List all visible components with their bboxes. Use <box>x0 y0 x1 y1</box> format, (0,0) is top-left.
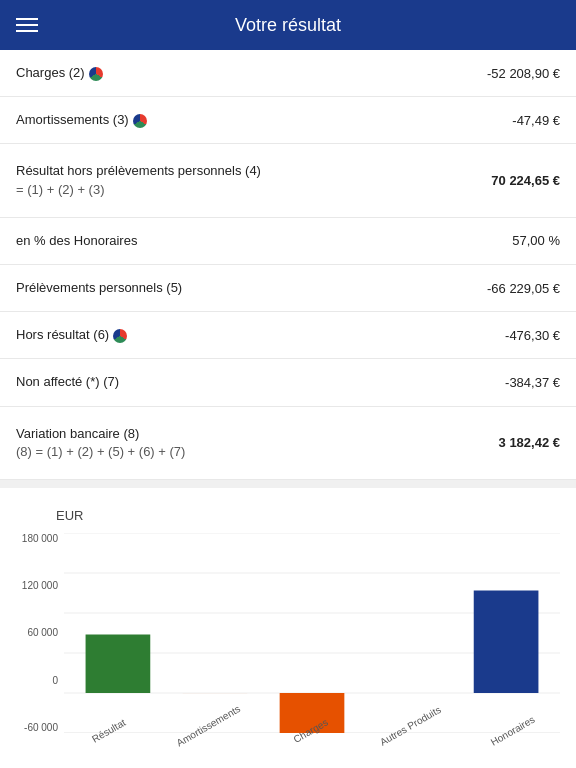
row-variation-label: Variation bancaire (8) (8) = (1) + (2) +… <box>16 425 185 461</box>
row-en-pct: en % des Honoraires 57,00 % <box>0 218 576 265</box>
row-charges-value: -52 208,90 € <box>487 66 560 81</box>
row-prelevements: Prélèvements personnels (5) -66 229,05 € <box>0 265 576 312</box>
row-amortissements-label: Amortissements (3) <box>16 111 147 129</box>
chart-bars <box>64 533 560 733</box>
row-prelevements-value: -66 229,05 € <box>487 281 560 296</box>
pie-icon-hors <box>113 329 127 343</box>
row-variation-value: 3 182,42 € <box>499 435 560 450</box>
row-non-affecte-value: -384,37 € <box>505 375 560 390</box>
row-charges: Charges (2) -52 208,90 € <box>0 50 576 97</box>
y-label-60: 60 000 <box>16 627 58 638</box>
chart-section: EUR 180 000 120 000 60 000 0 -60 000 <box>0 488 576 768</box>
row-resultat-hors-value: 70 224,65 € <box>491 173 560 188</box>
row-hors-resultat: Hors résultat (6) -476,30 € <box>0 312 576 359</box>
header: Votre résultat <box>0 0 576 50</box>
row-hors-resultat-value: -476,30 € <box>505 328 560 343</box>
menu-button[interactable] <box>16 18 38 32</box>
row-en-pct-label: en % des Honoraires <box>16 232 137 250</box>
row-resultat-hors-label: Résultat hors prélèvements personnels (4… <box>16 162 261 198</box>
row-variation: Variation bancaire (8) (8) = (1) + (2) +… <box>0 407 576 480</box>
row-amortissements-value: -47,49 € <box>512 113 560 128</box>
results-list: Charges (2) -52 208,90 € Amortissements … <box>0 50 576 480</box>
x-labels: Résultat Amortissements Charges Autres P… <box>64 741 560 752</box>
y-label-180: 180 000 <box>16 533 58 544</box>
chart-currency-label: EUR <box>56 508 560 523</box>
app-container: Votre résultat Charges (2) -52 208,90 € … <box>0 0 576 768</box>
bar-honoraires <box>474 590 539 693</box>
page-title: Votre résultat <box>235 15 341 36</box>
chart-svg <box>64 533 560 733</box>
row-hors-resultat-label: Hors résultat (6) <box>16 326 127 344</box>
pie-icon-amortissements <box>133 114 147 128</box>
bar-resultat <box>86 634 151 693</box>
row-amortissements: Amortissements (3) -47,49 € <box>0 97 576 144</box>
y-label-neg60: -60 000 <box>16 722 58 733</box>
row-en-pct-value: 57,00 % <box>512 233 560 248</box>
row-prelevements-label: Prélèvements personnels (5) <box>16 279 182 297</box>
row-charges-label: Charges (2) <box>16 64 103 82</box>
pie-icon-charges <box>89 67 103 81</box>
row-non-affecte: Non affecté (*) (7) -384,37 € <box>0 359 576 406</box>
row-resultat-hors: Résultat hors prélèvements personnels (4… <box>0 144 576 217</box>
y-label-0: 0 <box>16 675 58 686</box>
row-non-affecte-label: Non affecté (*) (7) <box>16 373 119 391</box>
y-label-120: 120 000 <box>16 580 58 591</box>
